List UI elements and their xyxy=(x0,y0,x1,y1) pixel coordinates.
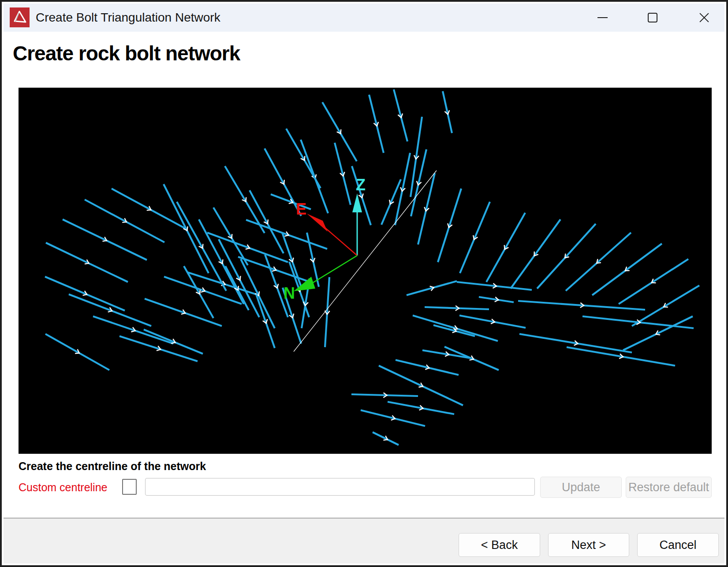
svg-text:Z: Z xyxy=(356,176,366,194)
bolt-network-canvas: ZEN xyxy=(19,88,712,454)
maximize-button[interactable] xyxy=(639,7,666,28)
page-title: Create rock bolt network xyxy=(13,41,240,65)
close-button[interactable] xyxy=(691,7,717,28)
window-title: Create Bolt Triangulation Network xyxy=(36,4,220,32)
centreline-input[interactable] xyxy=(145,478,535,496)
bolt-3d-viewport[interactable]: ZEN xyxy=(19,88,712,454)
app-logo-icon xyxy=(10,7,30,27)
next-button[interactable]: Next > xyxy=(548,533,629,557)
dialog-window: Create Bolt Triangulation Network Create… xyxy=(0,0,728,567)
back-button[interactable]: < Back xyxy=(459,533,540,557)
svg-text:E: E xyxy=(296,200,306,218)
titlebar: Create Bolt Triangulation Network xyxy=(4,4,724,32)
custom-centreline-checkbox[interactable] xyxy=(122,479,137,495)
svg-text:N: N xyxy=(284,284,295,302)
update-button[interactable]: Update xyxy=(540,477,622,498)
centreline-section-heading: Create the centreline of the network xyxy=(19,460,206,473)
custom-centreline-label: Custom centreline xyxy=(19,481,107,494)
minimize-button[interactable] xyxy=(589,7,616,28)
cancel-button[interactable]: Cancel xyxy=(637,533,719,557)
minimize-icon xyxy=(597,17,608,18)
restore-default-button[interactable]: Restore default xyxy=(626,477,712,498)
maximize-icon xyxy=(648,13,657,22)
close-icon xyxy=(699,12,709,23)
